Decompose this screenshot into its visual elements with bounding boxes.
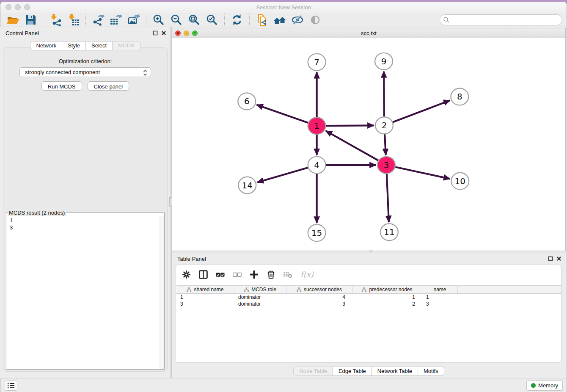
column-header-successor-nodes[interactable]: successor nodes: [286, 286, 352, 293]
export-image-icon[interactable]: [127, 14, 140, 26]
edge-3-1[interactable]: [326, 131, 378, 160]
float-panel-icon[interactable]: [153, 30, 158, 36]
table-row[interactable]: 1dominator411: [176, 294, 561, 301]
node-11[interactable]: 11: [380, 224, 398, 240]
close-panel-button[interactable]: Close panel: [88, 81, 129, 91]
table-cell[interactable]: 1: [352, 294, 422, 301]
result-scrollbar[interactable]: [159, 216, 164, 369]
node-1[interactable]: 1: [308, 117, 326, 134]
edge-1-6[interactable]: [257, 105, 308, 123]
node-10[interactable]: 10: [451, 173, 469, 190]
node-label: 14: [242, 181, 253, 190]
table-cell[interactable]: dominator: [234, 294, 286, 301]
tab-edge-table[interactable]: Edge Table: [333, 367, 372, 376]
node-7[interactable]: 7: [308, 54, 326, 71]
node-label: 4: [314, 160, 319, 170]
mcds-result-box[interactable]: MCDS result (2 nodes) 13: [6, 210, 165, 370]
search-input[interactable]: [440, 14, 562, 25]
export-network-icon[interactable]: [92, 14, 105, 26]
table-cell[interactable]: 3: [286, 301, 352, 307]
tab-network-table[interactable]: Network Table: [372, 367, 418, 376]
node-label: 11: [384, 227, 394, 237]
node-14[interactable]: 14: [238, 177, 256, 194]
tab-node-table[interactable]: Node Table: [293, 367, 333, 376]
table-options-icon[interactable]: [182, 270, 191, 279]
edge-3-11[interactable]: [387, 174, 389, 222]
node-3[interactable]: 3: [377, 157, 395, 174]
table-cell[interactable]: 4: [286, 294, 352, 301]
delete-table-icon[interactable]: [284, 270, 292, 279]
column-header-name[interactable]: name: [422, 286, 458, 293]
show-all-icon[interactable]: [309, 14, 322, 26]
open-session-icon[interactable]: [6, 14, 19, 26]
edge-4-14[interactable]: [257, 168, 308, 182]
delete-columns-icon[interactable]: [267, 270, 275, 279]
node-label: 9: [381, 57, 387, 66]
close-panel-icon[interactable]: [556, 256, 561, 261]
select-all-icon[interactable]: [216, 270, 225, 279]
clone-network-icon[interactable]: [256, 14, 268, 26]
edge-2-9[interactable]: [384, 72, 384, 117]
table-row[interactable]: 3dominator323: [176, 301, 561, 307]
export-table-icon[interactable]: [110, 14, 122, 26]
zoom-out-icon[interactable]: [170, 14, 183, 26]
zoom-selected-icon[interactable]: [206, 14, 218, 26]
node-8[interactable]: 8: [451, 88, 468, 105]
column-label: MCDS role: [251, 287, 276, 293]
edge-2-8[interactable]: [393, 100, 450, 122]
edge-3-10[interactable]: [395, 167, 450, 179]
import-table-icon[interactable]: [67, 14, 80, 26]
optimization-criterion-dropdown[interactable]: strongly connected component: [19, 67, 151, 77]
toolbar-separator: [85, 14, 86, 26]
edge-1-2[interactable]: [326, 125, 374, 126]
save-session-icon[interactable]: [24, 14, 37, 26]
node-15[interactable]: 15: [308, 224, 326, 241]
import-network-icon[interactable]: [49, 14, 62, 26]
tab-mcds[interactable]: MCDS: [112, 41, 140, 50]
node-6[interactable]: 6: [238, 93, 256, 110]
node-9[interactable]: 9: [375, 53, 393, 70]
close-panel-icon[interactable]: [161, 30, 166, 36]
deselect-all-icon[interactable]: [233, 270, 242, 279]
table-cell[interactable]: 2: [352, 301, 422, 307]
task-history-button[interactable]: [5, 381, 17, 391]
column-header-predecessor-nodes[interactable]: predecessor nodes: [352, 286, 422, 293]
tab-style[interactable]: Style: [62, 41, 86, 50]
control-panel-title: Control Panel: [6, 30, 39, 36]
run-mcds-button[interactable]: Run MCDS: [41, 81, 82, 91]
column-label: shared name: [194, 287, 223, 293]
table-header-row: shared nameMCDS rolesuccessor nodesprede…: [176, 285, 561, 294]
zoom-fit-icon[interactable]: [188, 14, 201, 26]
zoom-in-icon[interactable]: [152, 14, 165, 26]
node-2[interactable]: 2: [375, 117, 393, 134]
first-neighbors-icon[interactable]: [273, 14, 286, 26]
float-panel-icon[interactable]: [548, 256, 553, 261]
create-column-icon[interactable]: [250, 270, 259, 279]
memory-button[interactable]: Memory: [526, 380, 563, 391]
network-canvas[interactable]: 7968124314101511: [172, 38, 565, 251]
tab-network[interactable]: Network: [30, 41, 62, 50]
table-tabs: Node TableEdge TableNetwork TableMotifs: [172, 367, 566, 376]
mcds-result-title: MCDS result (2 nodes): [8, 210, 66, 216]
table-cell[interactable]: 3: [176, 301, 234, 307]
control-panel-header: Control Panel: [0, 27, 171, 40]
tab-motifs[interactable]: Motifs: [418, 367, 444, 376]
window-title: Session: New Session: [0, 4, 567, 11]
dropdown-value: strongly connected component: [25, 69, 100, 75]
edge-2-3[interactable]: [385, 134, 386, 155]
table-cell[interactable]: 1: [176, 294, 234, 301]
table-cell[interactable]: dominator: [234, 301, 286, 307]
table-cell[interactable]: 1: [422, 294, 457, 301]
column-header-shared-name[interactable]: shared name: [176, 286, 234, 293]
show-columns-icon[interactable]: [199, 270, 208, 279]
hide-selected-icon[interactable]: [291, 14, 304, 26]
column-header-MCDS-role[interactable]: MCDS role: [234, 286, 286, 293]
function-builder-icon[interactable]: f(x): [300, 270, 314, 279]
refresh-layout-icon[interactable]: [231, 14, 243, 26]
network-graph: 7968124314101511: [172, 38, 565, 251]
column-label: name: [433, 287, 446, 293]
tab-select[interactable]: Select: [85, 41, 113, 50]
optimization-criterion-label: Optimization criterion:: [3, 58, 167, 64]
table-cell[interactable]: 3: [422, 301, 457, 307]
node-4[interactable]: 4: [308, 157, 326, 174]
